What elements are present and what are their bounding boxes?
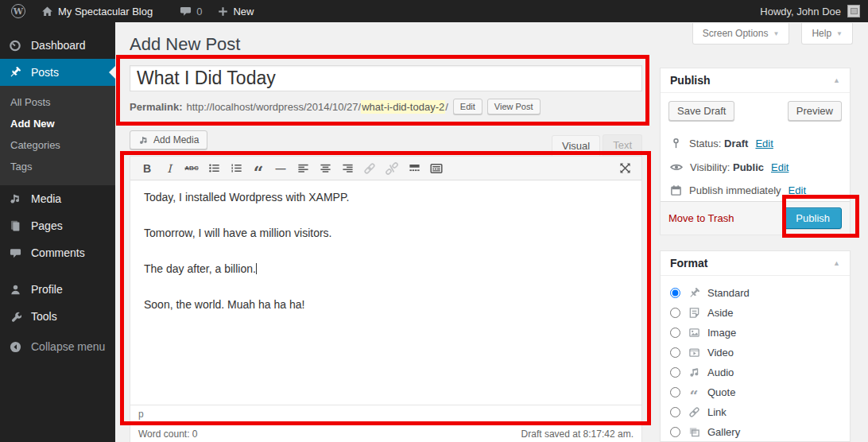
format-radio[interactable] <box>670 367 680 378</box>
preview-button[interactable]: Preview <box>788 101 842 121</box>
edit-permalink-button[interactable]: Edit <box>453 99 482 114</box>
sidebar-item-tools[interactable]: Tools <box>0 303 115 330</box>
sidebar-item-label: Media <box>31 192 61 205</box>
howdy-account-label[interactable]: Howdy, John Doe <box>760 6 841 17</box>
gallery-icon <box>687 426 701 438</box>
collapse-triangle-icon[interactable]: ▲ <box>833 76 840 84</box>
collapse-triangle-icon[interactable]: ▲ <box>833 259 840 267</box>
format-radio[interactable] <box>670 308 680 318</box>
remove-link-button[interactable] <box>382 159 402 178</box>
sidebar-item-add-new[interactable]: Add New <box>0 113 115 134</box>
permalink-label: Permalink: <box>130 101 182 113</box>
strikethrough-button[interactable]: ABC <box>181 159 202 178</box>
permalink-base-url: http://localhost/wordpress/2014/10/27/ <box>186 101 361 113</box>
publish-button[interactable]: Publish <box>784 207 842 229</box>
bulleted-list-button[interactable] <box>203 159 224 178</box>
bold-button[interactable]: B <box>137 159 157 178</box>
pushpin-icon <box>687 287 701 299</box>
align-center-button[interactable] <box>315 159 335 178</box>
format-option-label: Gallery <box>707 426 740 438</box>
editor-content-area[interactable]: Today, I installed Wordpress with XAMPP.… <box>130 180 641 405</box>
align-right-button[interactable] <box>337 159 358 178</box>
eye-icon <box>670 161 683 173</box>
new-content-menu-item[interactable]: New <box>210 0 262 22</box>
permalink-trailing-slash: / <box>445 101 448 113</box>
align-left-button[interactable] <box>293 159 313 178</box>
wordpress-logo-icon: W <box>11 4 25 18</box>
blockquote-button[interactable]: “ <box>248 159 269 178</box>
sidebar-item-collapse-menu[interactable]: Collapse menu <box>0 333 115 360</box>
status-row: Status: Draft Edit <box>668 132 842 155</box>
link-icon <box>687 406 701 418</box>
site-name-label: My Spectacular Blog <box>58 6 153 17</box>
post-title-input[interactable] <box>130 65 642 91</box>
tab-text[interactable]: Text <box>603 134 642 157</box>
comments-menu-item[interactable]: 0 <box>172 0 210 22</box>
admin-bar: W My Spectacular Blog 0 New Howdy, John … <box>0 0 868 22</box>
element-path-indicator[interactable]: p <box>138 409 144 420</box>
unlink-icon <box>386 162 398 175</box>
format-radio[interactable] <box>670 347 680 358</box>
save-draft-button[interactable]: Save Draft <box>668 101 734 121</box>
format-option-gallery[interactable]: Gallery <box>670 422 840 442</box>
format-radio[interactable] <box>670 407 680 417</box>
edit-visibility-link[interactable]: Edit <box>771 161 789 173</box>
sidebar-item-label: Dashboard <box>31 39 86 52</box>
sidebar-item-all-posts[interactable]: All Posts <box>0 91 115 113</box>
publish-box-header[interactable]: Publish ▲ <box>661 68 850 93</box>
format-option-link[interactable]: Link <box>670 402 840 422</box>
format-radio[interactable] <box>670 387 680 397</box>
sidebar-item-label: Collapse menu <box>31 340 105 353</box>
sidebar-item-posts[interactable]: Posts <box>0 59 115 86</box>
media-note-icon <box>7 192 23 205</box>
insert-link-button[interactable] <box>359 159 380 178</box>
view-post-button[interactable]: View Post <box>487 99 541 114</box>
sidebar-item-comments[interactable]: Comments <box>0 239 115 266</box>
visibility-row: Visibility: Public Edit <box>668 155 842 179</box>
fullscreen-arrows-icon <box>619 162 631 174</box>
format-option-aside[interactable]: Aside <box>670 303 840 323</box>
pushpin-icon <box>7 66 23 79</box>
audio-icon <box>687 366 701 378</box>
plus-icon <box>218 6 228 17</box>
help-tab[interactable]: Help ▼ <box>801 23 853 45</box>
screen-options-label: Screen Options <box>703 28 769 39</box>
avatar[interactable] <box>847 5 860 17</box>
link-icon <box>363 162 376 175</box>
format-box-header[interactable]: Format ▲ <box>661 251 850 276</box>
edit-status-link[interactable]: Edit <box>755 138 773 149</box>
sidebar-item-profile[interactable]: Profile <box>0 276 115 303</box>
format-radio[interactable] <box>670 288 680 298</box>
editor-mode-tabs: Visual Text <box>130 134 642 157</box>
screen-options-tab[interactable]: Screen Options ▼ <box>692 23 790 45</box>
format-option-video[interactable]: Video <box>670 343 840 363</box>
format-radio[interactable] <box>670 328 680 338</box>
editor-paragraph: Tomorrow, I will have a million visitors… <box>144 227 628 239</box>
sidebar-item-dashboard[interactable]: Dashboard <box>0 32 115 59</box>
site-name-menu-item[interactable]: My Spectacular Blog <box>33 0 161 22</box>
more-tag-button[interactable] <box>404 159 424 178</box>
format-radio[interactable] <box>670 427 680 437</box>
distraction-free-button[interactable] <box>614 159 635 178</box>
edit-schedule-link[interactable]: Edit <box>789 184 806 196</box>
format-option-label: Image <box>707 327 736 339</box>
horizontal-rule-button[interactable]: — <box>270 159 291 178</box>
publish-box: Publish ▲ Save Draft Preview Status: Dra… <box>660 68 851 235</box>
sidebar-item-pages[interactable]: Pages <box>0 212 115 239</box>
move-to-trash-link[interactable]: Move to Trash <box>668 212 734 224</box>
format-option-quote[interactable]: “ Quote <box>670 382 840 402</box>
post-editor: B I ABC “ — <box>130 156 642 423</box>
wordpress-menu-item[interactable]: W <box>0 0 33 22</box>
sidebar-item-media[interactable]: Media <box>0 185 115 212</box>
format-option-image[interactable]: Image <box>670 323 840 343</box>
tab-visual[interactable]: Visual <box>552 135 600 157</box>
format-option-standard[interactable]: Standard <box>670 283 840 303</box>
numbered-list-button[interactable] <box>226 159 246 178</box>
video-icon <box>687 347 701 359</box>
format-option-audio[interactable]: Audio <box>670 363 840 382</box>
italic-button[interactable]: I <box>159 159 180 178</box>
sidebar-item-tags[interactable]: Tags <box>0 156 115 177</box>
sidebar-item-categories[interactable]: Categories <box>0 134 115 156</box>
toolbar-toggle-button[interactable] <box>426 159 447 178</box>
visibility-value: Public <box>733 161 764 173</box>
